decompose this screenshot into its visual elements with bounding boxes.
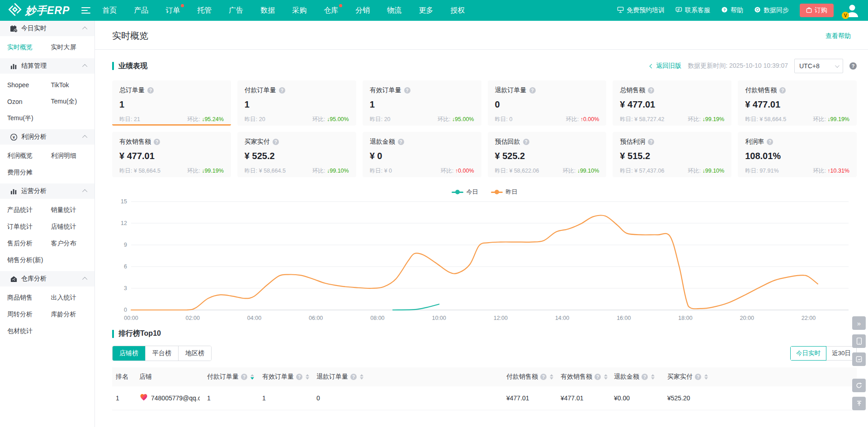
nav-ads[interactable]: 广告: [229, 6, 243, 15]
data-sync-link[interactable]: 数据同步: [754, 6, 789, 14]
nav-authorization[interactable]: 授权: [450, 6, 465, 15]
sort-icon[interactable]: [360, 374, 363, 380]
card-estimated-profit[interactable]: 预估利润? ¥ 515.2 昨日: ¥ 57,437.06环比: ↓99.10%: [613, 132, 731, 177]
col-refund-amount[interactable]: 退款金额?: [610, 367, 664, 386]
nav-orders[interactable]: 订单: [165, 6, 180, 15]
nav-distribution[interactable]: 分销: [355, 6, 370, 15]
col-refund-orders[interactable]: 退款订单量?: [313, 367, 503, 386]
card-refund-amount[interactable]: 退款金额? ¥ 0 昨日: ¥ 0环比: ↑0.00%: [363, 132, 481, 177]
nav-hosting[interactable]: 托管: [197, 6, 212, 15]
training-link[interactable]: 免费预约培训: [617, 6, 665, 14]
sidebar-item-sales-analysis-new[interactable]: 销售分析(新): [7, 252, 51, 268]
help-icon[interactable]: ?: [648, 87, 654, 94]
help-icon[interactable]: ?: [529, 87, 536, 94]
help-link-top[interactable]: ? 帮助: [721, 6, 743, 14]
sort-icon[interactable]: [651, 374, 655, 380]
nav-warehouse[interactable]: 仓库: [324, 6, 338, 15]
store-cell[interactable]: 748005779@qq.com-PH: [136, 386, 203, 410]
orders-line-chart[interactable]: 0369121500:0002:0004:0006:0008:0010:0012…: [112, 197, 857, 324]
help-icon[interactable]: ?: [642, 374, 648, 380]
card-estimated-payout[interactable]: 预估回款? ¥ 525.2 昨日: ¥ 58,622.06环比: ↓99.10%: [488, 132, 607, 177]
sidebar-item-aftersales-analysis[interactable]: 售后分析: [7, 235, 51, 252]
sidebar-item-temu-half[interactable]: Temu(半): [7, 110, 51, 127]
sidebar-item-stock-age-analysis[interactable]: 库龄分析: [51, 306, 95, 323]
view-help-link[interactable]: 查看帮助: [826, 32, 851, 40]
period-today-realtime[interactable]: 今日实时: [790, 346, 826, 361]
card-total-orders[interactable]: 总订单量? 1 昨日: 21环比: ↓95.24%: [112, 80, 231, 126]
sidebar-item-realtime-overview[interactable]: 实时概览: [7, 39, 51, 56]
nav-purchasing[interactable]: 采购: [292, 6, 307, 15]
help-icon[interactable]: ?: [273, 139, 279, 145]
help-icon[interactable]: ?: [779, 87, 786, 94]
help-icon[interactable]: ?: [147, 87, 154, 94]
timezone-select[interactable]: UTC+8: [794, 59, 843, 73]
card-paid-sales[interactable]: 付款销售额? ¥ 477.01 昨日: ¥ 58,664.5环比: ↓99.19…: [738, 80, 857, 126]
help-icon[interactable]: ?: [296, 374, 302, 380]
sort-icon[interactable]: [306, 374, 309, 380]
help-icon[interactable]: ?: [648, 139, 654, 145]
sidebar-item-shopee[interactable]: Shopee: [7, 76, 51, 93]
collapse-right-icon[interactable]: »: [852, 316, 866, 330]
help-icon[interactable]: ?: [398, 139, 404, 145]
sidebar-group-settlement[interactable]: 结算管理: [0, 58, 94, 74]
sidebar-item-profit-overview[interactable]: 利润概览: [7, 147, 51, 164]
sidebar-item-sales-volume-stats[interactable]: 销量统计: [51, 202, 95, 218]
sidebar-item-product-stats[interactable]: 产品统计: [7, 202, 51, 218]
help-icon[interactable]: ?: [350, 374, 357, 380]
card-valid-orders[interactable]: 有效订单量? 1 昨日: 20环比: ↓95.00%: [363, 80, 481, 126]
help-icon[interactable]: ?: [695, 374, 701, 380]
col-valid-sales[interactable]: 有效销售额?: [557, 367, 610, 386]
help-icon[interactable]: ?: [523, 139, 529, 145]
help-icon[interactable]: ?: [767, 139, 773, 145]
avatar[interactable]: V: [844, 3, 860, 18]
sidebar-item-goods-sales[interactable]: 商品销售: [7, 289, 51, 306]
subscribe-button[interactable]: 订购: [800, 4, 834, 17]
legend-today[interactable]: 今日: [452, 188, 478, 196]
sort-icon[interactable]: [704, 374, 708, 380]
sidebar-group-warehouse[interactable]: 仓库分析: [0, 271, 94, 286]
card-refund-orders[interactable]: 退款订单量? 0 昨日: 0环比: ↑0.00%: [488, 80, 607, 126]
card-total-sales[interactable]: 总销售额? ¥ 477.01 昨日: ¥ 58,727.42环比: ↓99.19…: [613, 80, 731, 126]
col-paid-sales[interactable]: 付款销售额?: [503, 367, 557, 386]
nav-logistics[interactable]: 物流: [387, 6, 401, 15]
sort-icon[interactable]: [250, 374, 254, 380]
col-paid-orders[interactable]: 付款订单量?: [203, 367, 259, 386]
sidebar-item-cost-allocation[interactable]: 费用分摊: [7, 164, 51, 181]
sidebar-item-store-stats[interactable]: 店铺统计: [51, 218, 95, 235]
tab-platform-rank[interactable]: 平台榜: [146, 346, 179, 361]
sort-icon[interactable]: [604, 374, 608, 380]
sidebar-item-customer-distribution[interactable]: 客户分布: [51, 235, 95, 252]
contact-support-link[interactable]: 联系客服: [675, 6, 710, 14]
app-logo[interactable]: 妙手ERP: [8, 3, 70, 18]
sort-icon[interactable]: [550, 374, 553, 380]
sidebar-item-tiktok[interactable]: TikTok: [51, 76, 95, 93]
tab-store-rank[interactable]: 店铺榜: [113, 346, 146, 361]
report-icon[interactable]: [852, 352, 866, 366]
legend-yesterday[interactable]: 昨日: [491, 188, 518, 196]
sidebar-item-inout-stats[interactable]: 出入统计: [51, 289, 95, 306]
tab-region-rank[interactable]: 地区榜: [179, 346, 211, 361]
card-valid-sales[interactable]: 有效销售额? ¥ 477.01 昨日: ¥ 58,664.5环比: ↓99.19…: [112, 132, 231, 177]
help-icon[interactable]: ?: [279, 87, 285, 94]
back-top-icon[interactable]: [852, 397, 866, 410]
sidebar-item-temu-full[interactable]: Temu(全): [51, 93, 95, 110]
menu-toggle-icon[interactable]: [81, 7, 90, 14]
sidebar-group-profit[interactable]: ¥ 利润分析: [0, 129, 94, 145]
help-icon[interactable]: ?: [594, 374, 601, 380]
sidebar-item-order-stats[interactable]: 订单统计: [7, 218, 51, 235]
help-icon[interactable]: ?: [241, 374, 247, 380]
col-valid-orders[interactable]: 有效订单量?: [259, 367, 313, 386]
sidebar-group-today-realtime[interactable]: 今日实时: [0, 21, 94, 36]
help-icon[interactable]: ?: [404, 87, 410, 94]
card-paid-orders[interactable]: 付款订单量? 1 昨日: 20环比: ↓95.00%: [237, 80, 356, 126]
card-buyer-paid[interactable]: 买家实付? ¥ 525.2 昨日: ¥ 58,664.5环比: ↓99.10%: [237, 132, 356, 177]
nav-data[interactable]: 数据: [260, 6, 275, 15]
sidebar-item-profit-detail[interactable]: 利润明细: [51, 147, 95, 164]
col-buyer-paid[interactable]: 买家实付?: [664, 367, 857, 386]
mobile-icon[interactable]: [852, 334, 866, 348]
help-icon[interactable]: ?: [849, 62, 857, 70]
nav-home[interactable]: 首页: [102, 6, 117, 15]
nav-products[interactable]: 产品: [134, 6, 148, 15]
sidebar-group-operations[interactable]: 运营分析: [0, 183, 94, 199]
table-row[interactable]: 1 748005779@qq.com-PH 1 1 0 ¥477.01 ¥477…: [112, 386, 857, 410]
